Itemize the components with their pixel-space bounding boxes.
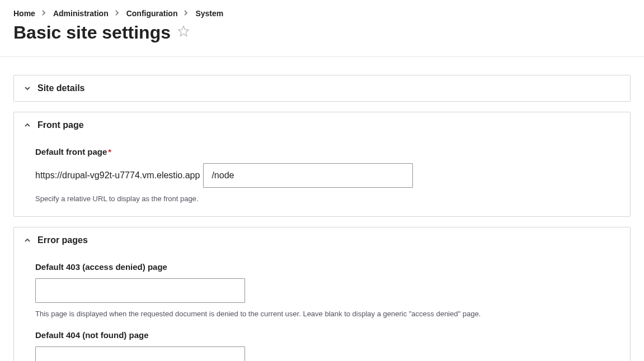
chevron-up-icon <box>23 121 32 130</box>
page-title: Basic site settings <box>13 22 171 43</box>
description-403-page: This page is displayed when the requeste… <box>35 310 609 318</box>
label-403-page: Default 403 (access denied) page <box>35 262 609 272</box>
page-403-input[interactable] <box>35 278 245 303</box>
chevron-right-icon <box>184 10 189 17</box>
breadcrumb-item-administration[interactable]: Administration <box>53 9 109 18</box>
chevron-up-icon <box>23 236 32 245</box>
page-404-input[interactable] <box>35 346 245 361</box>
chevron-right-icon <box>42 10 46 17</box>
panel-header-error-pages[interactable]: Error pages <box>14 227 630 253</box>
panel-front-page: Front page Default front page* https://d… <box>13 112 631 217</box>
breadcrumb-item-home[interactable]: Home <box>13 9 35 18</box>
panel-header-site-details[interactable]: Site details <box>14 75 630 101</box>
star-icon[interactable] <box>177 25 190 41</box>
chevron-down-icon <box>23 84 32 93</box>
required-marker: * <box>108 147 111 156</box>
url-prefix: https://drupal-vg92t-u7774.vm.elestio.ap… <box>35 170 200 180</box>
breadcrumb-item-configuration[interactable]: Configuration <box>126 9 178 18</box>
panel-title: Site details <box>37 83 84 93</box>
breadcrumb: Home Administration Configuration System <box>13 9 631 18</box>
breadcrumb-item-system[interactable]: System <box>195 9 223 18</box>
panel-error-pages: Error pages Default 403 (access denied) … <box>13 227 631 361</box>
chevron-right-icon <box>115 10 120 17</box>
form-item-404-page: Default 404 (not found) page <box>35 330 609 361</box>
panel-title: Error pages <box>37 235 88 245</box>
panel-header-front-page[interactable]: Front page <box>14 112 630 138</box>
form-item-403-page: Default 403 (access denied) page This pa… <box>35 262 609 318</box>
form-item-default-front-page: Default front page* https://drupal-vg92t… <box>35 147 609 203</box>
description-default-front-page: Specify a relative URL to display as the… <box>35 194 609 203</box>
default-front-page-input[interactable] <box>203 163 413 188</box>
label-default-front-page: Default front page* <box>35 147 609 156</box>
label-404-page: Default 404 (not found) page <box>35 330 609 340</box>
panel-title: Front page <box>37 120 84 130</box>
panel-site-details: Site details <box>13 75 631 102</box>
